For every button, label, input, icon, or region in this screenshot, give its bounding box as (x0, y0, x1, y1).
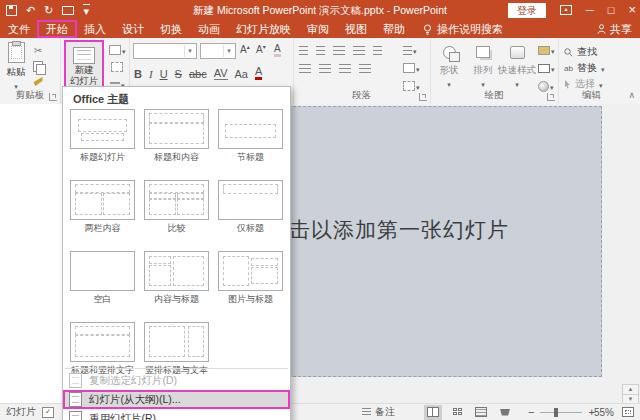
align-left-icon[interactable] (299, 64, 311, 73)
save-icon[interactable] (6, 5, 17, 16)
titlebar-controls: 登录 (508, 0, 636, 20)
slide-thumbnails-panel[interactable] (0, 104, 63, 403)
numbering-icon[interactable] (316, 46, 325, 55)
zoom-slider-thumb[interactable] (554, 408, 558, 417)
share-label: 共享 (610, 22, 632, 37)
chevron-down-icon[interactable]: ▾ (184, 45, 195, 57)
align-center-icon[interactable] (319, 64, 331, 73)
layout-content-with-caption[interactable]: 内容与标题 (144, 251, 209, 306)
layout-title-only[interactable]: 仅标题 (218, 180, 283, 235)
align-right-icon[interactable] (339, 64, 351, 73)
layout-section-header[interactable]: 节标题 (218, 109, 283, 164)
tab-view[interactable]: 视图 (337, 21, 375, 37)
copy-icon[interactable] (33, 61, 43, 72)
menu-item-list: 复制选定幻灯片(D) 幻灯片(从大纲)(L)... 重用幻灯片(R)... (63, 371, 290, 420)
start-slideshow-icon[interactable] (62, 6, 74, 15)
change-case-button[interactable]: Aa (235, 68, 248, 80)
line-spacing-button[interactable] (403, 44, 420, 56)
maximize-button[interactable] (608, 0, 615, 20)
bold-button[interactable]: B (134, 68, 142, 80)
character-spacing-button[interactable]: AV (214, 67, 228, 80)
arrange-button[interactable]: 排列 (468, 43, 498, 89)
shape-outline-button[interactable] (538, 62, 555, 74)
bullets-icon[interactable] (299, 46, 308, 55)
slideshow-view-button[interactable] (496, 405, 514, 420)
layout-comparison[interactable]: 比较 (144, 180, 209, 235)
share-button[interactable]: 共享 (597, 20, 632, 38)
cut-icon[interactable] (34, 44, 42, 56)
decrease-indent-icon[interactable] (333, 46, 345, 55)
tab-file[interactable]: 文件 (0, 21, 38, 37)
add-first-slide-hint[interactable]: 单击以添加第一张幻灯片 (267, 216, 509, 244)
zoom-level-value: 55% (594, 407, 614, 418)
collapse-ribbon-icon[interactable] (628, 90, 635, 100)
zoom-slider[interactable] (540, 412, 582, 413)
layout-blank[interactable]: 空白 (70, 251, 135, 306)
tell-me-label: 操作说明搜索 (437, 22, 503, 37)
replace-button[interactable]: ab 替换 (564, 61, 604, 75)
clipboard-dialog-launcher-icon[interactable] (49, 93, 57, 101)
strikethrough-button[interactable]: S (175, 68, 182, 80)
increase-indent-icon[interactable] (353, 46, 365, 55)
undo-icon[interactable] (26, 5, 35, 16)
shrink-font-button[interactable]: A▾ (256, 43, 266, 55)
drawing-dialog-launcher-icon[interactable] (547, 93, 555, 101)
justify-icon[interactable] (359, 64, 371, 73)
tab-insert[interactable]: 插入 (76, 21, 114, 37)
notes-button[interactable]: 备注 (362, 404, 395, 420)
layout-title-slide[interactable]: 标题幻灯片 (70, 109, 135, 164)
layout-two-content[interactable]: 两栏内容 (70, 180, 135, 235)
minimize-button[interactable] (586, 0, 594, 20)
sign-in-button[interactable]: 登录 (508, 3, 546, 18)
font-size-input[interactable]: ▾ (200, 43, 236, 59)
text-direction-icon[interactable] (373, 46, 382, 55)
paste-button[interactable]: 粘贴 (3, 42, 29, 88)
zoom-level[interactable]: 55% (594, 404, 614, 420)
slide-sorter-view-button[interactable] (448, 405, 466, 420)
font-color-button[interactable]: A (255, 65, 262, 80)
layout-picture-with-caption[interactable]: 图片与标题 (218, 251, 283, 306)
underline-button[interactable]: U (160, 68, 168, 80)
shapes-label: 形状 (432, 64, 466, 77)
font-name-input[interactable]: ▾ (133, 43, 197, 59)
format-painter-icon[interactable] (34, 77, 43, 86)
shapes-button[interactable]: 形状 (432, 43, 466, 89)
tab-review[interactable]: 审阅 (299, 21, 337, 37)
paragraph-dialog-launcher-icon[interactable] (419, 93, 427, 101)
tab-design[interactable]: 设计 (114, 21, 152, 37)
tab-help[interactable]: 帮助 (375, 21, 413, 37)
reading-view-button[interactable] (472, 405, 490, 420)
redo-icon[interactable] (44, 5, 53, 16)
line-spacing-icon (403, 46, 412, 55)
tell-me-search[interactable]: 操作说明搜索 (423, 22, 503, 37)
italic-button[interactable]: I (149, 68, 153, 80)
find-button[interactable]: 查找 (564, 45, 597, 59)
magnifier-icon (564, 48, 573, 57)
ribbon-display-options-icon[interactable] (560, 5, 572, 15)
clear-formatting-button[interactable]: A (274, 43, 281, 57)
fit-slide-button[interactable] (622, 404, 634, 420)
text-shadow-button[interactable]: abc (189, 68, 207, 80)
tab-animations[interactable]: 动画 (190, 21, 228, 37)
normal-view-button[interactable] (424, 405, 442, 420)
slides-from-outline-item[interactable]: 幻灯片(从大纲)(L)... (63, 390, 290, 409)
spell-check-button[interactable] (42, 404, 54, 420)
tab-transitions[interactable]: 切换 (152, 21, 190, 37)
tab-home[interactable]: 开始 (38, 21, 76, 37)
reuse-slides-item[interactable]: 重用幻灯片(R)... (63, 409, 290, 420)
chevron-down-icon[interactable]: ▾ (223, 45, 234, 57)
shape-outline-icon (538, 64, 550, 73)
slide-layout-button[interactable] (109, 44, 126, 56)
customize-qat-icon[interactable] (83, 4, 90, 17)
chevron-down-icon (599, 79, 603, 90)
grow-font-button[interactable]: A▴ (240, 43, 250, 55)
align-text-button[interactable] (403, 62, 420, 74)
notes-label: 备注 (375, 405, 395, 419)
close-button[interactable] (628, 0, 636, 20)
tab-slideshow[interactable]: 幻灯片放映 (228, 21, 299, 37)
layout-title-and-content[interactable]: 标题和内容 (144, 109, 209, 164)
reset-slide-button[interactable] (111, 62, 123, 72)
quick-styles-button[interactable]: 快速样式 (498, 43, 536, 89)
zoom-out-button[interactable]: − (528, 405, 534, 419)
shape-fill-button[interactable] (538, 44, 555, 56)
